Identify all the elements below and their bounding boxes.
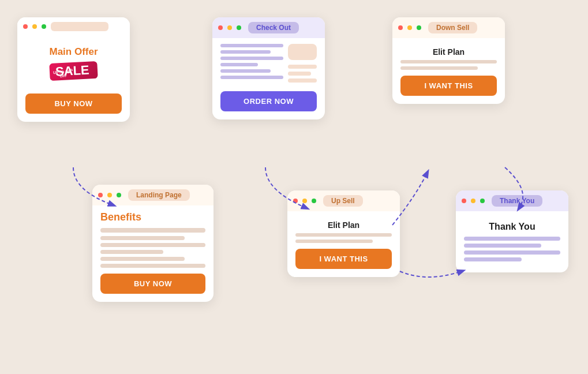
dot-yellow [107, 193, 112, 197]
upsell-body: Elit Plan I WANT THIS [287, 211, 400, 277]
checkout-form-box [288, 44, 317, 60]
buy-now-button[interactable]: BUY NOW [25, 94, 122, 114]
upsell-tab: Up Sell [323, 195, 363, 207]
main-offer-tab-placeholder [51, 22, 108, 31]
arrow-upsell-to-thankyou [400, 271, 462, 277]
order-now-button[interactable]: ORDER NOW [220, 91, 317, 111]
dot-yellow [227, 25, 232, 30]
checkout-tab: Check Out [248, 22, 299, 33]
upsell-cta-button[interactable]: I WANT THIS [295, 249, 392, 269]
dot-yellow [471, 199, 475, 203]
dot-yellow [32, 24, 37, 29]
upsell-card: Up Sell Elit Plan I WANT THIS [287, 190, 400, 277]
main-offer-content: Main Offer SALE UPTO 50%OFF [25, 42, 122, 88]
dot-green [417, 25, 421, 30]
dot-red [23, 24, 28, 29]
downsell-cta-button[interactable]: I WANT THIS [400, 76, 497, 96]
upsell-plan-title: Elit Plan [295, 220, 392, 230]
landing-page-card: Landing Page Benefits BUY NOW [92, 185, 214, 302]
dot-red [218, 25, 223, 30]
downsell-plan-title: Elit Plan [400, 47, 497, 57]
checkout-card: Check Out ORDER NOW [212, 17, 325, 119]
dot-green [312, 199, 316, 203]
thankyou-body: Thank You [456, 211, 568, 272]
landing-buy-now-button[interactable]: BUY NOW [100, 274, 205, 294]
thankyou-card: Thank You Thank You [456, 190, 568, 272]
thankyou-title: Thank You [464, 222, 560, 232]
thankyou-tab: Thank You [492, 195, 542, 207]
main-offer-titlebar [17, 17, 130, 36]
dot-yellow [302, 199, 307, 203]
benefits-title: Benefits [100, 211, 205, 223]
downsell-titlebar: Down Sell [392, 17, 505, 38]
dot-green [237, 25, 241, 30]
dot-red [462, 199, 466, 203]
main-offer-body: Main Offer SALE UPTO 50%OFF BUY NOW [17, 36, 130, 122]
landing-tab: Landing Page [128, 189, 190, 201]
downsell-card: Down Sell Elit Plan I WANT THIS [392, 17, 505, 104]
dot-red [98, 193, 103, 197]
dot-green [117, 193, 121, 197]
dot-green [480, 199, 485, 203]
main-offer-title: Main Offer [25, 46, 122, 58]
checkout-body: ORDER NOW [212, 38, 325, 119]
upto-text: UPTO 50%OFF [53, 68, 73, 78]
dot-green [42, 24, 46, 29]
landing-titlebar: Landing Page [92, 185, 214, 205]
dot-yellow [407, 25, 412, 30]
main-offer-card: Main Offer SALE UPTO 50%OFF BUY NOW [17, 17, 130, 122]
dot-red [293, 199, 298, 203]
upsell-titlebar: Up Sell [287, 190, 400, 211]
sale-badge: SALE UPTO 50%OFF [49, 61, 98, 81]
thankyou-titlebar: Thank You [456, 190, 568, 211]
landing-body: Benefits BUY NOW [92, 205, 214, 302]
downsell-body: Elit Plan I WANT THIS [392, 38, 505, 104]
downsell-tab: Down Sell [428, 22, 477, 33]
dot-red [398, 25, 403, 30]
checkout-titlebar: Check Out [212, 17, 325, 38]
